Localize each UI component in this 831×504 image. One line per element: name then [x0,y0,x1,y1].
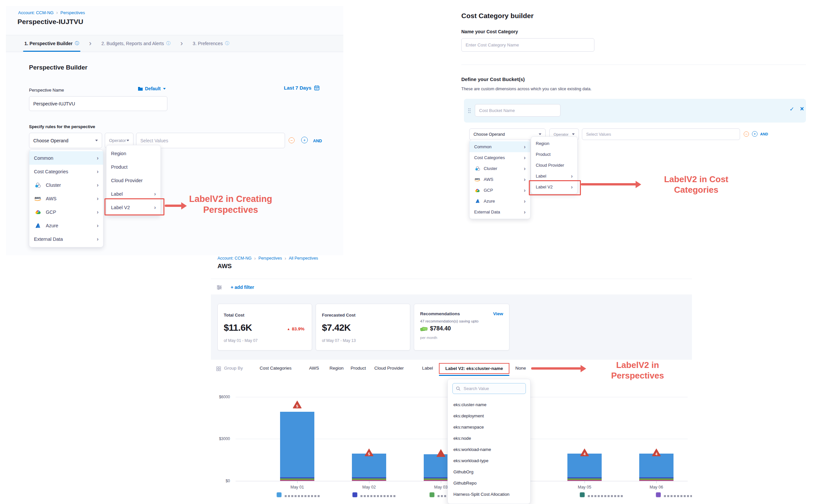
menu-item-cost-categories[interactable]: Cost Categories › [469,152,530,163]
menu-item-gcp[interactable]: GCP › [469,185,530,196]
bar-segment[interactable] [352,480,386,481]
menu-item-external-data[interactable]: External Data › [469,207,530,217]
legend-item[interactable] [656,492,692,497]
bar-segment[interactable] [280,478,314,479]
menu-item-cluster[interactable]: Cluster › [29,178,103,192]
search-input[interactable] [463,386,520,391]
menu-item-aws[interactable]: aws AWS › [29,192,103,205]
submenu-item-product[interactable]: Product [531,149,577,160]
legend-item[interactable] [277,492,321,497]
breadcrumb-perspectives-link[interactable]: Perspectives [258,256,282,261]
bar-segment[interactable] [567,477,602,478]
operand-select[interactable]: Choose Operand [29,133,102,148]
group-by-label-v2-selected[interactable]: Label V2: eks:cluster-name [439,363,509,374]
confirm-bucket-button[interactable]: ✓ [790,106,794,113]
menu-item-cluster[interactable]: Cluster › [469,163,530,174]
menu-item-azure[interactable]: Azure › [29,219,103,232]
values-select[interactable]: Select Values [582,128,740,140]
perspective-name-input[interactable] [29,96,167,111]
bar-segment[interactable] [567,480,602,481]
submenu-item-label-v2[interactable]: Label V2 › [531,181,577,192]
group-by-region[interactable]: Region [329,366,344,370]
anomaly-badge[interactable]: 4 [652,448,661,456]
breadcrumb-account-link[interactable]: Account: CCM-NG [18,10,54,15]
submenu-item-region[interactable]: Region [107,147,161,160]
anomaly-badge[interactable] [436,449,446,457]
bar-segment[interactable] [567,454,602,477]
group-by-product[interactable]: Product [351,366,366,370]
bar-segment[interactable] [567,479,602,480]
menu-item-common[interactable]: Common › [29,151,103,165]
menu-item-external-data[interactable]: External Data › [29,232,103,246]
bar-segment[interactable] [639,478,674,479]
tab-preferences[interactable]: 3. Preferences ⓘ [193,35,229,52]
menu-item-azure[interactable]: Azure › [469,196,530,207]
bar-segment[interactable] [280,479,314,480]
breadcrumb-all-perspectives-link[interactable]: All Perspectives [289,256,318,261]
add-rule-button[interactable]: + [752,131,757,137]
folder-selector[interactable]: Default [138,86,166,91]
group-by-none[interactable]: None [515,366,526,370]
anomaly-badge[interactable]: 5 [365,448,374,456]
menu-item-common[interactable]: Common › [469,141,530,152]
bar-segment[interactable] [280,477,314,478]
tab-budgets-reports-alerts[interactable]: 2. Budgets, Reports and Alerts ⓘ [102,35,171,52]
date-range-selector[interactable]: Last 7 Days [274,85,320,91]
bar-segment[interactable] [352,478,386,479]
search-box[interactable] [452,383,526,394]
group-by-label-option[interactable]: Label [422,366,433,370]
tab-perspective-builder[interactable]: 1. Perspective Builder ⓘ [24,35,79,52]
bar-segment[interactable] [567,478,602,479]
cost-category-name-input[interactable] [461,38,595,52]
submenu-item-label-v2[interactable]: Label V2 › [107,201,161,214]
and-operator-button[interactable]: AND [760,132,768,136]
view-recommendations-link[interactable]: View [493,311,503,316]
submenu-item-label[interactable]: Label › [107,187,161,201]
group-by-cloud-provider[interactable]: Cloud Provider [374,366,404,370]
dropdown-item[interactable]: Harness-Split Cost Allocation [448,488,530,500]
and-operator-button[interactable]: AND [313,139,322,143]
breadcrumb-perspectives-link[interactable]: Perspectives [60,10,85,15]
anomaly-badge[interactable]: 5 [293,401,302,409]
submenu-item-cloud-provider[interactable]: Cloud Provider [531,160,577,171]
dropdown-item[interactable]: eks:node [448,433,530,444]
add-filter-button[interactable]: + add filter [231,285,254,290]
bar-segment[interactable] [639,479,674,480]
menu-item-cost-categories[interactable]: Cost Categories › [29,165,103,178]
menu-item-aws[interactable]: aws AWS › [469,174,530,185]
group-by-aws[interactable]: AWS [309,366,319,370]
add-rule-button[interactable]: + [301,137,308,143]
legend-item[interactable] [580,492,624,497]
close-bucket-button[interactable]: × [800,105,804,113]
legend-item[interactable] [352,492,397,497]
drag-handle-icon[interactable] [468,107,471,115]
menu-item-gcp[interactable]: GCP › [29,205,103,219]
submenu-item-product[interactable]: Product [107,160,161,174]
dropdown-item[interactable]: GithubRepo [448,477,530,488]
bar-segment[interactable] [352,479,386,480]
breadcrumb-account-link[interactable]: Account: CCM-NG [218,256,252,261]
bar-segment[interactable] [639,454,674,477]
remove-rule-button[interactable]: − [744,131,749,137]
bar-segment[interactable] [280,480,314,481]
bar-segment[interactable] [352,477,386,478]
anomaly-badge[interactable]: 4 [580,448,589,456]
submenu-item-cloud-provider[interactable]: Cloud Provider [107,174,161,187]
dropdown-item[interactable]: eks:namespace [448,421,530,433]
dropdown-item[interactable]: eks:cluster-name [448,399,530,410]
submenu-item-label[interactable]: Label › [531,171,577,181]
bar-segment[interactable] [352,454,386,477]
bar-segment[interactable] [280,412,314,478]
filter-icon[interactable] [216,285,222,290]
dropdown-item[interactable]: eks:workload-type [448,455,530,466]
dropdown-item[interactable]: eks:workload-name [448,444,530,455]
bar-segment[interactable] [639,477,674,478]
group-by-cost-categories[interactable]: Cost Categories [260,366,292,370]
bar-segment[interactable] [639,480,674,481]
cost-bucket-name-input[interactable] [475,104,561,117]
dropdown-item[interactable]: eks:deployment [448,410,530,421]
submenu-item-region[interactable]: Region [531,138,577,149]
dropdown-item[interactable]: GithubOrg [448,466,530,477]
remove-rule-button[interactable]: − [289,137,294,143]
caret-down-icon [539,134,541,135]
